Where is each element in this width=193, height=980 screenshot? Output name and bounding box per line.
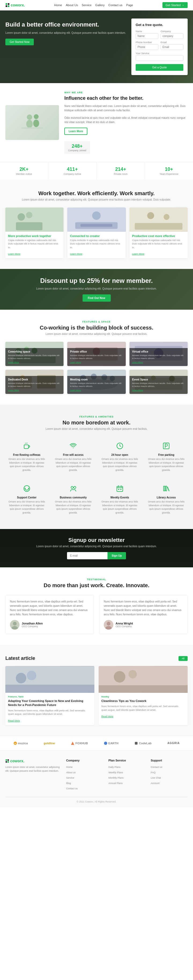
nav-service[interactable]: Service bbox=[82, 3, 92, 7]
nav-home[interactable]: Home bbox=[54, 3, 62, 7]
footer-support-link-2[interactable]: Live Chat bbox=[151, 776, 161, 779]
svg-point-18 bbox=[147, 212, 154, 219]
footer: coworx. Lorem ipsum dolor sit amet, cons… bbox=[0, 751, 193, 807]
testimonial-2-text: Nunc fermentum lorem eros, vitae dapibus… bbox=[104, 600, 183, 617]
work-card-2-link[interactable]: Learn More bbox=[70, 253, 82, 255]
footer-support-link-0[interactable]: Contact us bbox=[151, 766, 162, 768]
svg-point-6 bbox=[34, 114, 38, 119]
feature-event-desc: Aenean tristique elementum iaculis. Duis… bbox=[132, 382, 185, 388]
testimonial-1-name: Jonathan Allen bbox=[22, 622, 43, 625]
feature-virtual-link[interactable]: Learn More bbox=[132, 361, 143, 364]
svg-point-4 bbox=[27, 115, 32, 120]
article-2-tag: Healthy bbox=[101, 695, 185, 698]
footer-company-link-2[interactable]: Service bbox=[66, 776, 74, 779]
feature-coworking-link[interactable]: Learn More bbox=[8, 361, 19, 364]
footer-company-link-3[interactable]: Blog bbox=[66, 782, 71, 784]
logo-text: coworx. bbox=[11, 3, 25, 7]
discount-cta-button[interactable]: Find Out Now bbox=[83, 294, 111, 302]
article-1-illustration bbox=[5, 666, 94, 693]
logo-goldline: goldline bbox=[44, 741, 55, 745]
logo-codelab: CodeLab bbox=[134, 741, 152, 745]
testimonial-2-author: Anna Wright CEO Company bbox=[104, 620, 183, 630]
why-text-content: WHY WE ARE Influence each other for the … bbox=[64, 91, 188, 154]
email-field: Email bbox=[161, 41, 183, 50]
footer-support-link-1[interactable]: FAQ bbox=[151, 771, 155, 774]
stat-rooms-label: Private room bbox=[99, 173, 143, 175]
work-card-2-title: Connected to creator bbox=[70, 234, 123, 237]
amenity-support-desc: Ornare arcu dui vivamus arcu felis biben… bbox=[8, 500, 46, 514]
why-cta-button[interactable]: Learn More bbox=[64, 127, 88, 135]
svg-rect-12 bbox=[16, 222, 43, 230]
stat-experience: 10+ Years Experience bbox=[145, 162, 193, 180]
newsletter-email-input[interactable] bbox=[67, 552, 107, 559]
newsletter-submit-button[interactable]: Sign Up bbox=[107, 552, 126, 559]
quote-phone-email-row: Phone Number Email bbox=[136, 41, 183, 50]
footer-support-col: Support Contact us FAQ Live Chat Account bbox=[151, 759, 188, 792]
footer-logo: coworx. bbox=[5, 759, 61, 763]
testimonial-1-avatar bbox=[10, 620, 19, 630]
svg-point-78 bbox=[104, 741, 107, 745]
footer-plan-link-2[interactable]: Monthly Plans bbox=[108, 776, 124, 779]
nav-about[interactable]: About Us bbox=[66, 3, 78, 7]
features-section: FEATURES & SPACE Co-working is the build… bbox=[0, 310, 193, 405]
parking-svg bbox=[163, 442, 170, 450]
feature-private-link[interactable]: Learn More bbox=[70, 361, 81, 364]
features-tag: FEATURES & SPACE bbox=[5, 320, 188, 323]
nav-cta-button[interactable]: Get Started → bbox=[163, 2, 188, 8]
footer-company-link-0[interactable]: Home bbox=[66, 766, 73, 768]
svg-point-68 bbox=[16, 673, 26, 684]
footer-plan-link-1[interactable]: Weekly Plans bbox=[108, 771, 123, 774]
svg-rect-60 bbox=[165, 486, 167, 491]
footer-support-link-3[interactable]: Account bbox=[151, 782, 160, 784]
name-label: Name bbox=[136, 30, 158, 33]
footer-plan-link-3[interactable]: Annual Plans bbox=[108, 782, 123, 784]
stat-companies: 411+ Company Active bbox=[48, 162, 97, 180]
company-input[interactable] bbox=[161, 33, 183, 39]
feature-coworking-desc: Aenean tristique elementum iaculis. Duis… bbox=[8, 354, 61, 360]
feature-event-link[interactable]: Learn More bbox=[132, 389, 143, 391]
nav-page[interactable]: Page bbox=[126, 3, 133, 7]
articles-all-button[interactable]: All bbox=[179, 656, 188, 661]
footer-company-link-4[interactable]: Contact us bbox=[66, 787, 78, 790]
svg-point-55 bbox=[74, 486, 76, 488]
svg-rect-59 bbox=[164, 486, 165, 491]
svg-rect-70 bbox=[5, 685, 94, 692]
nav-contact[interactable]: Contact us bbox=[108, 3, 123, 7]
svg-rect-1 bbox=[8, 3, 10, 5]
name-input[interactable] bbox=[136, 33, 158, 39]
svg-text:m: m bbox=[14, 743, 16, 744]
footer-grid: coworx. Lorem ipsum dolor sit amet, cons… bbox=[5, 759, 188, 792]
work-card-3-link[interactable]: Learn More bbox=[132, 253, 145, 255]
work-card-1-link[interactable]: Learn More bbox=[8, 253, 21, 255]
hero-cta-button[interactable]: Get Started Now bbox=[5, 38, 34, 45]
quote-submit-button[interactable]: Get a Quote bbox=[136, 64, 183, 71]
footer-plan-link-0[interactable]: Daily Plans bbox=[108, 766, 120, 768]
feature-event-overlay: Event Space Aenean tristique elementum i… bbox=[129, 376, 188, 394]
badge-label: Company Joined bbox=[68, 149, 86, 152]
amenity-wifi-desc: Ornare arcu dui vivamus arcu felis biben… bbox=[54, 457, 93, 472]
phone-input[interactable] bbox=[136, 44, 158, 50]
logo-muzica: m muzica bbox=[13, 741, 28, 745]
phone-label: Phone Number bbox=[136, 41, 158, 44]
feature-dedicated-link[interactable]: Learn More bbox=[8, 389, 19, 391]
feature-meeting-link[interactable]: Learn More bbox=[70, 389, 81, 391]
nav-gallery[interactable]: Gallery bbox=[95, 3, 105, 7]
earth-icon bbox=[104, 741, 107, 745]
email-input[interactable] bbox=[161, 44, 183, 50]
articles-grid: Features, Table Adapting Your Coworking … bbox=[5, 666, 188, 725]
work-card-1-image bbox=[5, 208, 64, 232]
logos-section: m muzica goldline FOXHUB EARTH CodeLab A… bbox=[0, 736, 193, 751]
foxhub-icon bbox=[71, 741, 75, 745]
hero-content: Build a better office environment. Lorem… bbox=[0, 10, 193, 83]
article-1-link[interactable]: Read More bbox=[8, 719, 20, 722]
service-input[interactable] bbox=[136, 55, 183, 61]
testimonials-section: TESTIMONIAL Do more than just work. Crea… bbox=[0, 567, 193, 645]
why-tag: WHY WE ARE bbox=[64, 91, 188, 94]
email-label: Email bbox=[161, 41, 183, 44]
footer-company-col: Company Home About us Service Blog Conta… bbox=[66, 759, 103, 792]
quote-name-company-row: Name Company bbox=[136, 30, 183, 39]
support-svg bbox=[23, 485, 30, 492]
article-2-link[interactable]: Read More bbox=[101, 715, 113, 718]
footer-company-link-1[interactable]: About us bbox=[66, 771, 76, 774]
hero-headline: Build a better office environment. bbox=[5, 21, 126, 28]
